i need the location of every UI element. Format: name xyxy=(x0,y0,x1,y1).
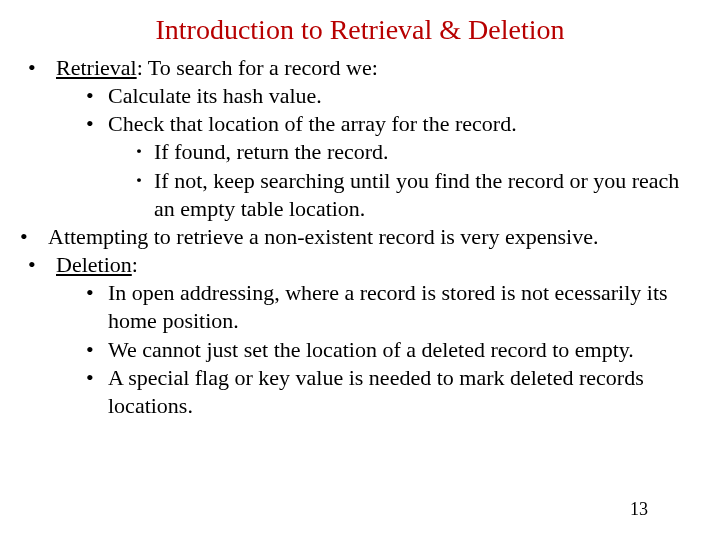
slide-title: Introduction to Retrieval & Deletion xyxy=(0,0,720,46)
retrieval-after: : To search for a record we: xyxy=(137,55,378,80)
page-number: 13 xyxy=(630,499,648,520)
deletion-open-addressing: In open addressing, where a record is st… xyxy=(86,279,690,335)
retrieval-not-found: If not, keep searching until you find th… xyxy=(136,167,690,223)
retrieval-step-check-text: Check that location of the array for the… xyxy=(108,111,517,136)
retrieval-step-check: Check that location of the array for the… xyxy=(86,110,690,223)
deletion-label: Deletion xyxy=(56,252,132,277)
retrieval-found: If found, return the record. xyxy=(136,138,690,166)
bullet-deletion: Deletion: In open addressing, where a re… xyxy=(28,251,690,420)
slide: Introduction to Retrieval & Deletion Ret… xyxy=(0,0,720,540)
bullet-retrieval: Retrieval: To search for a record we: Ca… xyxy=(28,54,690,223)
deletion-special-flag: A special flag or key value is needed to… xyxy=(86,364,690,420)
deletion-cannot-empty: We cannot just set the location of a del… xyxy=(86,336,690,364)
deletion-after: : xyxy=(132,252,138,277)
retrieval-label: Retrieval xyxy=(56,55,137,80)
bullet-nonexistent: Attempting to retrieve a non-existent re… xyxy=(20,223,690,251)
retrieval-step-hash: Calculate its hash value. xyxy=(86,82,690,110)
slide-body: Retrieval: To search for a record we: Ca… xyxy=(0,46,720,420)
